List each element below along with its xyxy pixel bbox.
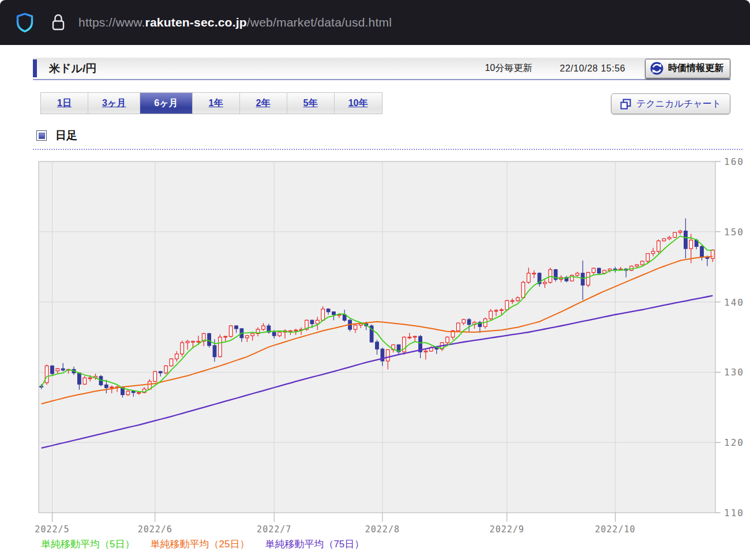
lock-icon[interactable] xyxy=(50,13,66,32)
chart-section-label: 日足 xyxy=(55,128,77,143)
x-axis-label: 2022/7 xyxy=(257,524,291,535)
refresh-icon xyxy=(650,61,664,76)
title-right-group: 10分毎更新 22/10/28 15:56 時価情報更新 xyxy=(485,59,730,78)
tab-10years[interactable]: 10年 xyxy=(335,93,382,114)
chart-section-header: 日足 xyxy=(36,128,77,143)
tab-5years[interactable]: 5年 xyxy=(287,93,335,114)
legend-ma75: 単純移動平均（75日） xyxy=(265,538,364,551)
address-bar-url[interactable]: https://www.rakuten-sec.co.jp/web/market… xyxy=(78,16,392,29)
section-square-icon xyxy=(36,130,47,141)
instrument-title-bar: 米ドル/円 10分毎更新 22/10/28 15:56 時価情報更新 xyxy=(33,58,730,80)
page-title: 米ドル/円 xyxy=(49,61,96,76)
price-chart: 1601501401301201102022/52022/62022/72022… xyxy=(0,150,750,560)
y-axis-label: 140 xyxy=(724,297,744,308)
y-axis-label: 160 xyxy=(724,156,744,167)
refresh-button-label: 時価情報更新 xyxy=(668,62,723,74)
url-path: /web/market/data/usd.html xyxy=(247,16,392,29)
x-axis-label: 2022/5 xyxy=(35,524,69,535)
tab-1day[interactable]: 1日 xyxy=(41,93,88,114)
tab-3months[interactable]: 3ヶ月 xyxy=(88,93,140,114)
y-axis-label: 110 xyxy=(724,508,744,518)
x-axis-label: 2022/9 xyxy=(490,524,524,535)
update-interval-note: 10分毎更新 xyxy=(485,62,532,74)
chart-legend: 単純移動平均（5日） 単純移動平均（25日） 単純移動平均（75日） xyxy=(41,538,364,551)
legend-ma25: 単純移動平均（25日） xyxy=(150,538,249,551)
title-accent-bar xyxy=(33,59,37,77)
period-tabs: 1日 3ヶ月 6ヶ月 1年 2年 5年 10年 xyxy=(40,92,382,114)
plot-background xyxy=(39,161,715,513)
technical-chart-button[interactable]: テクニカルチャート xyxy=(611,93,730,114)
tracking-protection-shield-icon[interactable] xyxy=(15,12,35,33)
tab-2years[interactable]: 2年 xyxy=(240,93,287,114)
quote-timestamp: 22/10/28 15:56 xyxy=(560,63,625,74)
browser-url-bar: https://www.rakuten-sec.co.jp/web/market… xyxy=(0,0,750,45)
url-prefix: https://www. xyxy=(78,16,145,29)
y-axis-label: 150 xyxy=(724,227,744,238)
x-axis-label: 2022/8 xyxy=(365,524,400,535)
technical-chart-button-label: テクニカルチャート xyxy=(636,98,721,110)
y-axis-label: 120 xyxy=(724,437,744,448)
page-content: 米ドル/円 10分毎更新 22/10/28 15:56 時価情報更新 xyxy=(0,45,750,560)
url-domain: rakuten-sec.co.jp xyxy=(145,16,247,29)
tab-6months[interactable]: 6ヶ月 xyxy=(140,93,192,114)
x-axis-label: 2022/10 xyxy=(595,524,635,535)
refresh-quotes-button[interactable]: 時価情報更新 xyxy=(645,59,730,78)
legend-ma5: 単純移動平均（5日） xyxy=(41,538,134,551)
tab-1year[interactable]: 1年 xyxy=(193,93,240,114)
y-axis-label: 130 xyxy=(724,367,744,378)
window-chart-icon xyxy=(620,99,631,110)
x-axis-label: 2022/6 xyxy=(138,524,172,535)
app-window: https://www.rakuten-sec.co.jp/web/market… xyxy=(0,0,750,560)
